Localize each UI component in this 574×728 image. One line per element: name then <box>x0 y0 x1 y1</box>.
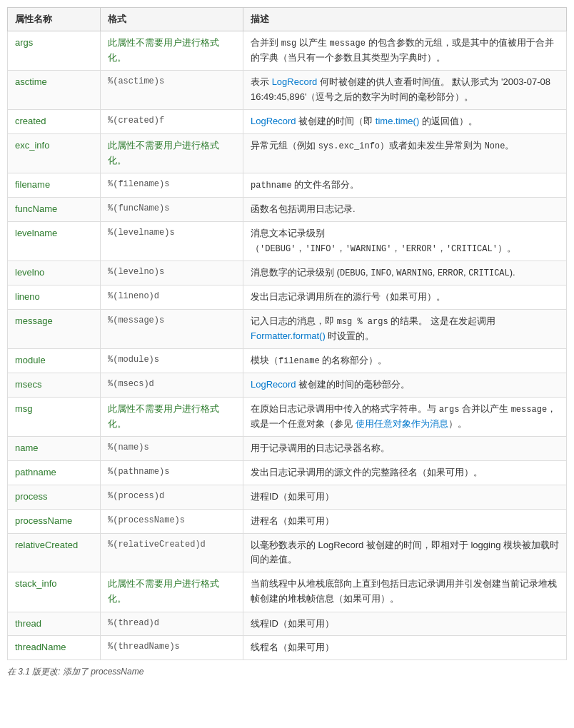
table-row: asctime%(asctime)s表示 LogRecord 何时被创建的供人查… <box>8 71 567 110</box>
cell-attr-format: %(levelno)s <box>101 261 243 285</box>
cell-attr-desc: pathname 的文件名部分。 <box>243 173 567 198</box>
cell-attr-desc: 函数名包括调用日志记录. <box>243 198 567 222</box>
col-header-name: 属性名称 <box>8 8 101 31</box>
cell-attr-format: %(thread)d <box>101 612 243 636</box>
cell-attr-format: %(module)s <box>101 349 243 373</box>
table-row: msg此属性不需要用户进行格式化。在原始日志记录调用中传入的格式字符串。与 ar… <box>8 398 567 437</box>
table-row: levelno%(levelno)s消息数字的记录级别 (DEBUG, INFO… <box>8 261 567 285</box>
cell-attr-desc: 线程名（如果可用） <box>243 636 567 660</box>
cell-attr-name: name <box>8 437 101 461</box>
table-row: funcName%(funcName)s函数名包括调用日志记录. <box>8 198 567 222</box>
cell-attr-name: module <box>8 349 101 373</box>
cell-attr-desc: LogRecord 被创建的时间（即 time.time() 的返回值）。 <box>243 109 567 133</box>
cell-attr-format: 此属性不需要用户进行格式化。 <box>101 133 243 173</box>
cell-attr-name: thread <box>8 612 101 636</box>
footer-note: 在 3.1 版更改: 添加了 processName <box>7 666 567 678</box>
table-row: args此属性不需要用户进行格式化。合并到 msg 以产生 message 的包… <box>8 31 567 71</box>
cell-attr-desc: 当前线程中从堆栈底部向上直到包括日志记录调用并引发创建当前记录堆栈帧创建的堆栈帧… <box>243 572 567 612</box>
cell-attr-desc: 进程ID（如果可用） <box>243 485 567 510</box>
col-header-format: 格式 <box>101 8 243 31</box>
table-row: message%(message)s记入日志的消息，即 msg % args 的… <box>8 310 567 349</box>
table-row: stack_info此属性不需要用户进行格式化。当前线程中从堆栈底部向上直到包括… <box>8 572 567 612</box>
table-row: thread%(thread)d线程ID（如果可用） <box>8 612 567 636</box>
cell-attr-desc: 在原始日志记录调用中传入的格式字符串。与 args 合并以产生 message，… <box>243 398 567 437</box>
table-row: relativeCreated%(relativeCreated)d以毫秒数表示… <box>8 533 567 572</box>
cell-attr-format: %(asctime)s <box>101 71 243 110</box>
cell-attr-desc: 用于记录调用的日志记录器名称。 <box>243 437 567 461</box>
cell-attr-format: 此属性不需要用户进行格式化。 <box>101 572 243 612</box>
cell-attr-format: %(lineno)d <box>101 285 243 310</box>
cell-attr-name: threadName <box>8 636 101 660</box>
cell-attr-desc: 以毫秒数表示的 LogRecord 被创建的时间，即相对于 logging 模块… <box>243 533 567 572</box>
cell-attr-format: 此属性不需要用户进行格式化。 <box>101 398 243 437</box>
table-row: filename%(filename)spathname 的文件名部分。 <box>8 173 567 198</box>
cell-attr-format: %(message)s <box>101 310 243 349</box>
cell-attr-desc: 线程ID（如果可用） <box>243 612 567 636</box>
table-row: name%(name)s用于记录调用的日志记录器名称。 <box>8 437 567 461</box>
cell-attr-desc: 进程名（如果可用） <box>243 509 567 533</box>
cell-attr-desc: 记入日志的消息，即 msg % args 的结果。 这是在发起调用 Format… <box>243 310 567 349</box>
cell-attr-desc: 合并到 msg 以产生 message 的包含参数的元组，或是其中的值被用于合并… <box>243 31 567 71</box>
cell-attr-name: pathname <box>8 461 101 485</box>
cell-attr-desc: 发出日志记录调用所在的源行号（如果可用）。 <box>243 285 567 310</box>
cell-attr-format: %(pathname)s <box>101 461 243 485</box>
cell-attr-format: %(threadName)s <box>101 636 243 660</box>
cell-attr-format: %(funcName)s <box>101 198 243 222</box>
cell-attr-format: %(created)f <box>101 109 243 133</box>
cell-attr-name: lineno <box>8 285 101 310</box>
table-row: exc_info此属性不需要用户进行格式化。异常元组（例如 sys.exc_in… <box>8 133 567 173</box>
cell-attr-name: process <box>8 485 101 510</box>
cell-attr-desc: 异常元组（例如 sys.exc_info）或者如未发生异常则为 None。 <box>243 133 567 173</box>
attributes-table: 属性名称 格式 描述 args此属性不需要用户进行格式化。合并到 msg 以产生… <box>7 7 567 660</box>
table-row: threadName%(threadName)s线程名（如果可用） <box>8 636 567 660</box>
col-header-desc: 描述 <box>243 8 567 31</box>
table-row: pathname%(pathname)s发出日志记录调用的源文件的完整路径名（如… <box>8 461 567 485</box>
cell-attr-name: message <box>8 310 101 349</box>
table-row: processName%(processName)s进程名（如果可用） <box>8 509 567 533</box>
table-row: module%(module)s模块（filename 的名称部分）。 <box>8 349 567 373</box>
cell-attr-name: funcName <box>8 198 101 222</box>
cell-attr-desc: 发出日志记录调用的源文件的完整路径名（如果可用）。 <box>243 461 567 485</box>
cell-attr-desc: 消息数字的记录级别 (DEBUG, INFO, WARNING, ERROR, … <box>243 261 567 285</box>
cell-attr-format: %(process)d <box>101 485 243 510</box>
cell-attr-name: stack_info <box>8 572 101 612</box>
table-header-row: 属性名称 格式 描述 <box>8 8 567 31</box>
cell-attr-desc: 模块（filename 的名称部分）。 <box>243 349 567 373</box>
cell-attr-format: %(filename)s <box>101 173 243 198</box>
cell-attr-name: processName <box>8 509 101 533</box>
table-row: created%(created)fLogRecord 被创建的时间（即 tim… <box>8 109 567 133</box>
cell-attr-format: %(processName)s <box>101 509 243 533</box>
cell-attr-name: levelname <box>8 222 101 261</box>
cell-attr-desc: 消息文本记录级别（'DEBUG'，'INFO'，'WARNING'，'ERROR… <box>243 222 567 261</box>
cell-attr-format: %(relativeCreated)d <box>101 533 243 572</box>
cell-attr-name: filename <box>8 173 101 198</box>
cell-attr-name: created <box>8 109 101 133</box>
table-row: levelname%(levelname)s消息文本记录级别（'DEBUG'，'… <box>8 222 567 261</box>
table-row: lineno%(lineno)d发出日志记录调用所在的源行号（如果可用）。 <box>8 285 567 310</box>
cell-attr-format: %(name)s <box>101 437 243 461</box>
cell-attr-format: %(levelname)s <box>101 222 243 261</box>
cell-attr-name: args <box>8 31 101 71</box>
table-row: msecs%(msecs)dLogRecord 被创建的时间的毫秒部分。 <box>8 373 567 398</box>
cell-attr-name: exc_info <box>8 133 101 173</box>
cell-attr-desc: 表示 LogRecord 何时被创建的供人查看时间值。 默认形式为 '2003-… <box>243 71 567 110</box>
table-row: process%(process)d进程ID（如果可用） <box>8 485 567 510</box>
cell-attr-name: msecs <box>8 373 101 398</box>
cell-attr-name: levelno <box>8 261 101 285</box>
cell-attr-format: %(msecs)d <box>101 373 243 398</box>
cell-attr-format: 此属性不需要用户进行格式化。 <box>101 31 243 71</box>
cell-attr-name: asctime <box>8 71 101 110</box>
cell-attr-name: relativeCreated <box>8 533 101 572</box>
cell-attr-name: msg <box>8 398 101 437</box>
cell-attr-desc: LogRecord 被创建的时间的毫秒部分。 <box>243 373 567 398</box>
